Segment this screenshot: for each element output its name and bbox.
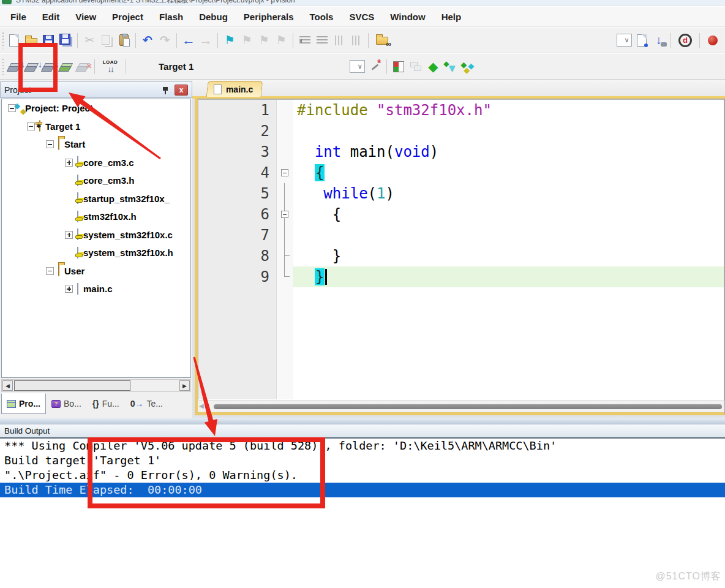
select-software-packs-button[interactable]: ◆▼: [441, 58, 459, 76]
fold-collapse-icon[interactable]: [277, 204, 293, 225]
redo-button[interactable]: ↷: [156, 31, 173, 50]
editor-hscrollbar[interactable]: ◀: [198, 400, 724, 412]
toolbar-grip[interactable]: [1, 32, 6, 48]
tab-main-c[interactable]: main.c: [206, 81, 263, 97]
pin-icon[interactable]: [162, 86, 168, 94]
stop-build-button[interactable]: ×: [74, 58, 91, 76]
save-button[interactable]: [40, 31, 57, 50]
build-button[interactable]: ↓: [23, 58, 40, 76]
tree-item-stm32f10x-h[interactable]: stm32f10x.h: [2, 208, 190, 226]
translate-button[interactable]: ↓: [6, 58, 23, 76]
code-line-4[interactable]: 4 {: [198, 162, 724, 183]
code-line-6[interactable]: 6 {: [198, 204, 724, 225]
menu-flash[interactable]: Flash: [151, 7, 191, 26]
code-editor[interactable]: 1#include "stm32f10x.h"23 int main(void)…: [198, 100, 724, 412]
code-line-2[interactable]: 2: [198, 121, 724, 141]
new-file-button[interactable]: [6, 31, 23, 50]
download-button[interactable]: LOAD↓↓: [98, 58, 122, 76]
menu-window[interactable]: Window: [382, 7, 433, 26]
uncomment-button[interactable]: [348, 31, 365, 50]
tree-item-user[interactable]: User: [2, 262, 190, 281]
fold-collapse-icon[interactable]: [277, 162, 293, 183]
collapse-minus-icon[interactable]: [46, 140, 54, 148]
open-file-button[interactable]: [23, 31, 40, 50]
tree-item-system-stm32f10x-c[interactable]: system_stm32f10x.c: [2, 226, 190, 244]
configure-search-button[interactable]: [633, 31, 650, 50]
runtime-environment-button[interactable]: ◆: [424, 58, 441, 76]
tree-item-core-cm3-c[interactable]: core_cm3.c: [2, 154, 190, 172]
panel-tab-bo[interactable]: ?Bo...: [46, 393, 87, 414]
tree-item-startup-stm32f10x-[interactable]: startup_stm32f10x_: [2, 190, 190, 208]
manage-multiproject-button[interactable]: [407, 58, 424, 76]
undo-button[interactable]: ↶: [139, 31, 156, 50]
panel-tab-te[interactable]: 0→Te...: [125, 393, 168, 414]
navigate-forward-button[interactable]: →: [197, 31, 214, 50]
dynamic-syntax-button[interactable]: d: [674, 31, 696, 50]
menu-svcs[interactable]: SVCS: [341, 7, 382, 26]
find-in-files-button[interactable]: ∞: [372, 31, 393, 50]
options-for-target-button[interactable]: [366, 58, 383, 76]
menu-help[interactable]: Help: [434, 7, 470, 26]
debug-session-button[interactable]: ↓: [650, 31, 667, 50]
panel-tab-pro[interactable]: Pro...: [1, 393, 46, 414]
menu-file[interactable]: File: [2, 7, 34, 26]
code-line-8[interactable]: 8 }: [198, 246, 724, 266]
code-line-3[interactable]: 3 int main(void): [198, 141, 724, 162]
code-line-9[interactable]: 9 }: [198, 266, 724, 287]
close-panel-button[interactable]: x: [175, 85, 188, 96]
target-select-dropdown[interactable]: ∨: [348, 58, 366, 76]
code-line-1[interactable]: 1#include "stm32f10x.h": [198, 100, 724, 121]
target-select-label[interactable]: Target 1: [159, 61, 193, 72]
batch-build-button[interactable]: [57, 58, 74, 76]
paste-button[interactable]: [115, 31, 132, 50]
pack-installer-button[interactable]: ◆◆◆: [459, 58, 476, 76]
tree-item-project-project[interactable]: ◆◆Project: Project: [2, 99, 190, 118]
menu-peripherals[interactable]: Peripherals: [236, 7, 302, 26]
project-tree-hscrollbar[interactable]: ◀ ▶: [1, 379, 191, 392]
toolbar-grip[interactable]: [1, 59, 6, 75]
clear-bookmarks-button[interactable]: ⚑: [272, 31, 290, 50]
build-output-line-1[interactable]: *** Using Compiler 'V5.06 update 5 (buil…: [0, 439, 725, 453]
unindent-button[interactable]: [296, 31, 314, 50]
code-line-5[interactable]: 5 while(1): [198, 183, 724, 204]
breakpoint-button[interactable]: [703, 31, 723, 50]
menu-project[interactable]: Project: [104, 7, 151, 26]
code-line-7[interactable]: 7: [198, 225, 724, 246]
comment-button[interactable]: [331, 31, 348, 50]
search-dropdown[interactable]: ∨: [615, 31, 633, 50]
tree-item-core-cm3-h[interactable]: core_cm3.h: [2, 172, 190, 190]
build-output-line-2[interactable]: Build target 'Target 1': [0, 453, 725, 468]
prev-bookmark-button[interactable]: ⚑: [238, 31, 255, 50]
scrollbar-thumb[interactable]: [214, 404, 722, 409]
expand-plus-icon[interactable]: [65, 285, 73, 293]
save-all-button[interactable]: [57, 31, 74, 50]
menu-tools[interactable]: Tools: [302, 7, 342, 26]
menu-debug[interactable]: Debug: [191, 7, 236, 26]
menu-edit[interactable]: Edit: [34, 7, 67, 26]
tree-item-system-stm32f10x-h[interactable]: system_stm32f10x.h: [2, 244, 190, 262]
expand-plus-icon[interactable]: [65, 231, 73, 239]
copy-button[interactable]: [98, 31, 115, 50]
cut-button[interactable]: ✂: [81, 31, 98, 50]
scrollbar-thumb[interactable]: [14, 380, 130, 391]
manage-project-items-button[interactable]: [390, 58, 407, 76]
tree-item-start[interactable]: Start: [2, 135, 190, 154]
navigate-back-button[interactable]: ←: [180, 31, 197, 50]
scroll-right-arrow-icon[interactable]: ▶: [179, 380, 190, 391]
next-bookmark-button[interactable]: ⚑: [255, 31, 272, 50]
expand-plus-icon[interactable]: [65, 159, 73, 167]
build-output-line-4[interactable]: Build Time Elapsed: 00:00:00: [0, 483, 725, 497]
scroll-left-arrow-icon[interactable]: ◀: [2, 380, 13, 391]
collapse-minus-icon[interactable]: [46, 267, 54, 275]
build-output-panel[interactable]: *** Using Compiler 'V5.06 update 5 (buil…: [0, 437, 725, 588]
tree-item-main-c[interactable]: main.c: [2, 280, 190, 298]
indent-button[interactable]: [314, 31, 331, 50]
panel-tab-fu[interactable]: {}Fu...: [87, 393, 125, 414]
rebuild-button[interactable]: ↓↓: [40, 58, 57, 76]
build-output-line-3[interactable]: ".\Project.axf" - 0 Error(s), 0 Warning(…: [0, 468, 725, 483]
scroll-left-arrow-icon[interactable]: ◀: [199, 402, 204, 409]
toggle-bookmark-button[interactable]: ⚑: [221, 31, 238, 50]
menu-view[interactable]: View: [67, 7, 104, 26]
tree-item-target-1[interactable]: Target 1: [2, 118, 190, 136]
panel-splitter[interactable]: [0, 418, 725, 424]
